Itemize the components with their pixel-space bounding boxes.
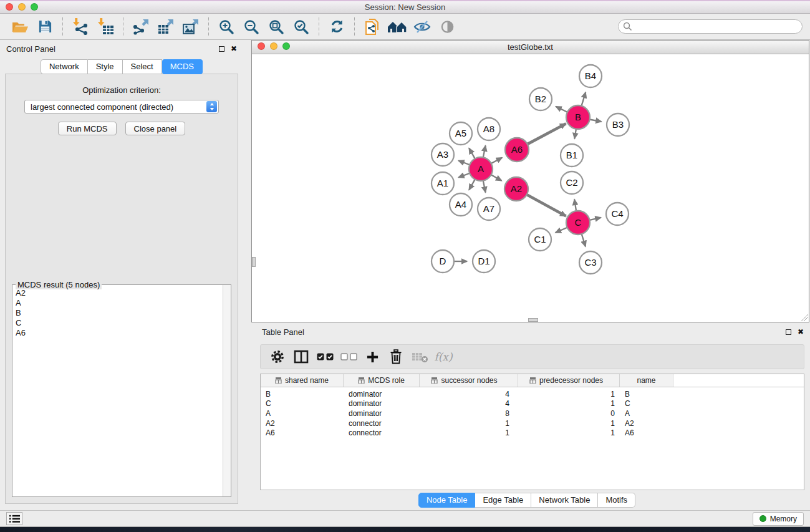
table-cell[interactable]: A	[261, 409, 344, 418]
export-image-button[interactable]	[180, 16, 201, 37]
resize-grip[interactable]	[801, 314, 808, 321]
mcds-result-item[interactable]: C	[16, 318, 222, 328]
zoom-fit-button[interactable]	[266, 16, 287, 37]
table-cell[interactable]: connector	[344, 419, 420, 428]
graph-edge[interactable]	[590, 218, 601, 220]
hide-selected-button[interactable]	[412, 16, 433, 37]
graph-edge[interactable]	[556, 228, 567, 233]
tab-node-table[interactable]: Node Table	[418, 493, 476, 508]
tab-select[interactable]: Select	[123, 59, 162, 74]
network-canvas[interactable]: B4B2BB3A5A8A6A3B1AA1C2A2A4A7C4CC1DD1C3	[252, 54, 809, 322]
table-cell[interactable]: dominator	[344, 409, 420, 418]
graph-edge[interactable]	[469, 148, 475, 159]
graph-edge[interactable]	[483, 145, 486, 157]
graph-edge[interactable]	[458, 161, 470, 165]
home-button[interactable]	[387, 16, 408, 37]
tab-network[interactable]: Network	[41, 59, 88, 74]
table-cell[interactable]: dominator	[344, 390, 420, 399]
task-history-button[interactable]	[6, 512, 22, 525]
export-table-button[interactable]	[155, 16, 176, 37]
delete-table-button[interactable]	[409, 347, 430, 367]
close-window-button[interactable]	[6, 3, 13, 11]
table-cell[interactable]: 4	[420, 399, 518, 408]
maximize-window-button[interactable]	[31, 3, 38, 11]
tab-mcds[interactable]: MCDS	[162, 59, 203, 74]
graph-edge[interactable]	[590, 120, 602, 122]
graph-edge[interactable]	[483, 181, 486, 193]
table-cell[interactable]: 0	[518, 409, 620, 418]
add-row-button[interactable]	[362, 347, 383, 367]
table-cell[interactable]: 1	[518, 428, 620, 437]
column-header-predecessor-nodes[interactable]: predecessor nodes	[518, 374, 620, 387]
table-cell[interactable]: connector	[344, 428, 420, 437]
run-mcds-button[interactable]: Run MCDS	[58, 122, 117, 135]
graph-edge[interactable]	[528, 123, 566, 144]
table-row[interactable]: Bdominator41B	[261, 389, 804, 399]
table-cell[interactable]: B	[620, 390, 673, 399]
table-cell[interactable]: 1	[420, 419, 518, 428]
show-columns-button[interactable]	[291, 347, 312, 367]
graph-edge[interactable]	[469, 180, 475, 190]
table-row[interactable]: Cdominator41C	[261, 399, 804, 409]
table-settings-button[interactable]	[267, 347, 288, 367]
show-selected-button[interactable]	[436, 16, 458, 37]
splitter-nub[interactable]	[528, 318, 538, 322]
table-cell[interactable]: 8	[420, 409, 518, 418]
tab-edge-table[interactable]: Edge Table	[475, 493, 531, 508]
table-row[interactable]: Adominator80A	[261, 409, 804, 418]
graph-edge[interactable]	[556, 107, 567, 112]
optimization-criterion-select[interactable]: largest connected component (directed)	[24, 100, 219, 114]
table-cell[interactable]: A2	[261, 419, 344, 428]
column-header-successor-nodes[interactable]: successor nodes	[420, 374, 518, 387]
table-row[interactable]: A6connector11A6	[261, 428, 804, 438]
import-table-button[interactable]	[95, 16, 116, 37]
close-panel-icon[interactable]: ✖	[231, 45, 237, 52]
column-header-name[interactable]: name	[620, 374, 673, 387]
tab-style[interactable]: Style	[88, 59, 123, 74]
zoom-selected-button[interactable]	[291, 16, 312, 37]
network-close-button[interactable]	[258, 42, 265, 50]
select-all-button[interactable]	[314, 347, 335, 367]
save-session-button[interactable]	[34, 16, 55, 37]
float-panel-icon[interactable]	[786, 329, 791, 335]
zoom-in-button[interactable]	[216, 16, 237, 37]
network-maximize-button[interactable]	[282, 42, 290, 50]
mcds-result-item[interactable]: A2	[16, 288, 222, 298]
table-cell[interactable]: 4	[420, 390, 518, 399]
graph-edge[interactable]	[491, 175, 502, 180]
table-cell[interactable]: A2	[620, 419, 673, 428]
tab-network-table[interactable]: Network Table	[531, 493, 598, 508]
tab-motifs[interactable]: Motifs	[598, 493, 635, 508]
close-panel-button[interactable]: Close panel	[125, 122, 186, 135]
table-cell[interactable]: 1	[518, 399, 620, 408]
delete-row-button[interactable]	[385, 347, 407, 367]
deselect-all-button[interactable]	[338, 347, 359, 367]
mcds-result-item[interactable]: A6	[16, 328, 222, 338]
minimize-window-button[interactable]	[18, 3, 26, 11]
clone-network-button[interactable]	[362, 16, 383, 37]
table-cell[interactable]: B	[261, 390, 344, 399]
graph-edge[interactable]	[491, 158, 502, 163]
graph-edge[interactable]	[582, 92, 586, 106]
table-cell[interactable]: C	[261, 399, 344, 408]
mcds-result-item[interactable]: A	[16, 298, 222, 308]
table-cell[interactable]: A6	[261, 428, 344, 437]
export-network-button[interactable]	[130, 16, 152, 37]
network-window-titlebar[interactable]: testGlobe.txt	[252, 41, 809, 54]
graph-edge[interactable]	[458, 173, 470, 178]
graph-edge[interactable]	[574, 200, 576, 211]
memory-button[interactable]: Memory	[753, 512, 804, 526]
column-header-shared-name[interactable]: shared name	[261, 374, 344, 387]
table-cell[interactable]: dominator	[344, 399, 420, 408]
table-cell[interactable]: A	[620, 409, 673, 418]
float-panel-icon[interactable]	[219, 46, 224, 52]
table-cell[interactable]: 1	[518, 419, 620, 428]
graph-edge[interactable]	[574, 129, 576, 139]
column-header-mcds-role[interactable]: MCDS role	[344, 374, 420, 387]
refresh-button[interactable]	[326, 16, 347, 37]
table-cell[interactable]: 1	[420, 428, 518, 437]
mcds-result-item[interactable]: B	[16, 308, 222, 318]
close-panel-icon[interactable]: ✖	[798, 328, 804, 336]
open-session-button[interactable]	[9, 16, 31, 37]
network-minimize-button[interactable]	[270, 42, 277, 50]
